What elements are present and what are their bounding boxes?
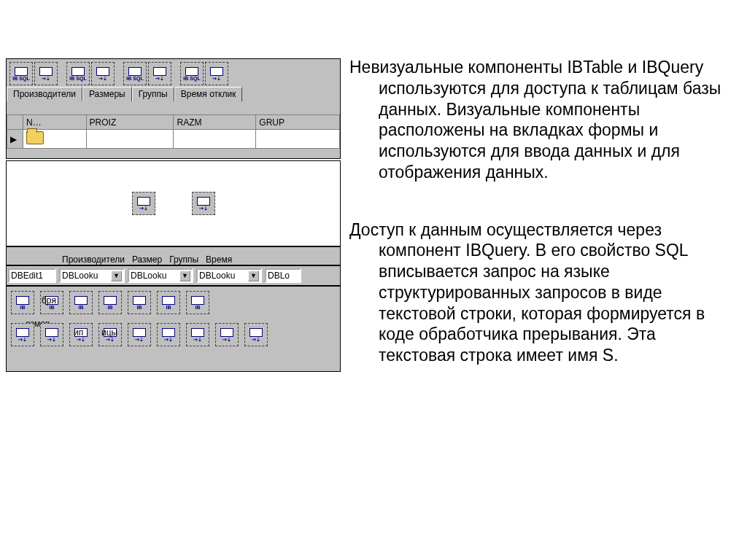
ibtable-comp-icon[interactable]: IB	[157, 291, 180, 314]
datasource-comp-icon[interactable]: ⇢⇣	[215, 323, 239, 346]
datasource-comp-icon[interactable]: ⇢⇣	[11, 323, 34, 346]
comp-pair-4: IB SQL ⇢⇣	[180, 62, 228, 85]
ibtable-comp-icon[interactable]: IB	[128, 291, 151, 314]
ibtable-comp-icon[interactable]: IB	[186, 291, 209, 314]
tab-sizes[interactable]: Размеры	[82, 87, 132, 101]
open-folder-icon	[26, 131, 44, 144]
datasource-comp-icon[interactable]: ⇢⇣	[186, 323, 209, 346]
comp-pair-2: IB SQL ⇢⇣	[66, 62, 115, 85]
form-designer-white: ⇢⇣ ⇢⇣	[6, 160, 341, 246]
label-producers: Производители	[62, 254, 125, 265]
tab-producers[interactable]: Производители	[7, 87, 82, 101]
label-groups: Группы	[169, 254, 198, 265]
dblookup-3[interactable]: DBLooku▼	[196, 268, 262, 283]
datasource-comp-icon[interactable]: ⇢⇣	[157, 323, 180, 346]
label-size: Размер	[132, 254, 162, 265]
ibtable-comp-icon[interactable]: IB	[11, 291, 34, 314]
paragraph-1: Невизуальные компоненты IBTable и IBQuer…	[349, 57, 725, 183]
col-n[interactable]: N…	[23, 115, 87, 130]
dbgrid[interactable]: N… PROIZ RAZM GRUP ▶	[7, 114, 340, 149]
ibquery-comp-icon[interactable]: IB SQL	[180, 62, 204, 85]
dblookup-4[interactable]: DBLo	[265, 268, 301, 283]
description-text: Невизуальные компоненты IBTable и IBQuer…	[347, 0, 747, 560]
datasource-comp-icon[interactable]: ⇢⇣	[132, 192, 155, 215]
ibtable-comp-icon[interactable]: IB	[40, 291, 63, 314]
component-row-top: IB SQL ⇢⇣ IB SQL ⇢⇣ IB SQL ⇢⇣ IB SQL ⇢⇣	[7, 59, 340, 85]
datasource-comp-icon[interactable]: ⇢⇣	[40, 323, 63, 346]
datasource-comp-icon[interactable]: ⇢⇣	[69, 323, 93, 346]
ibtable-comp-icon[interactable]: IB	[69, 291, 93, 314]
ibquery-comp-icon[interactable]: IB SQL	[123, 62, 147, 85]
tab-groups[interactable]: Группы	[132, 87, 174, 101]
col-razm[interactable]: RAZM	[174, 115, 256, 130]
label-row: Производители Размер Группы Время	[6, 246, 341, 265]
table-row[interactable]: ▶	[7, 130, 340, 149]
tab-responsetime[interactable]: Время отклик	[174, 87, 243, 101]
form-designer-top: IB SQL ⇢⇣ IB SQL ⇢⇣ IB SQL ⇢⇣ IB SQL ⇢⇣ …	[6, 58, 341, 159]
datasource-comp-icon[interactable]: ⇢⇣	[148, 62, 171, 85]
datasource-comp-icon[interactable]: ⇢⇣	[98, 323, 122, 346]
bank-row-1: IB бря IB IB IB IB IB IB	[7, 287, 340, 314]
datasource-comp-icon[interactable]: ⇢⇣	[34, 62, 58, 85]
datasource-comp-icon[interactable]: ⇢⇣	[128, 323, 151, 346]
bank-row-2: ⇢⇣ ⇢⇣ ип ицы ⇢⇣ ⇢⇣ ⇢⇣ ⇢⇣ ⇢⇣ ⇢⇣ ⇢⇣	[7, 319, 340, 346]
dbedit-field[interactable]: DBEdit1	[8, 268, 56, 283]
ibquery-comp-icon[interactable]: IB SQL	[66, 62, 90, 85]
ibtable-comp-icon[interactable]: IB	[98, 291, 122, 314]
label-time: Время	[206, 254, 232, 265]
slide: IB SQL ⇢⇣ IB SQL ⇢⇣ IB SQL ⇢⇣ IB SQL ⇢⇣ …	[0, 0, 747, 560]
dblookup-1[interactable]: DBLooku▼	[59, 268, 125, 283]
col-grup[interactable]: GRUP	[256, 115, 340, 130]
comp-pair-3: IB SQL ⇢⇣	[123, 62, 171, 85]
chevron-down-icon[interactable]: ▼	[179, 271, 190, 281]
tab-row: Производители Размеры Группы Время откли…	[7, 87, 340, 101]
component-bank: IB бря IB IB IB IB IB IB -азмер ⇢⇣ ⇢⇣ ип…	[6, 286, 341, 372]
ibquery-comp-icon[interactable]: IB SQL	[9, 62, 33, 85]
ide-screenshot: IB SQL ⇢⇣ IB SQL ⇢⇣ IB SQL ⇢⇣ IB SQL ⇢⇣ …	[0, 0, 347, 560]
edit-row: DBEdit1 DBLooku▼ DBLooku▼ DBLooku▼ DBLo	[6, 265, 341, 286]
table-header-row: N… PROIZ RAZM GRUP	[7, 115, 340, 130]
chevron-down-icon[interactable]: ▼	[248, 271, 259, 281]
col-proiz[interactable]: PROIZ	[86, 115, 174, 130]
paragraph-2: Доступ к данным осуществляется через ком…	[349, 219, 725, 366]
row-indicator: ▶	[7, 130, 23, 149]
cell-folder[interactable]	[23, 130, 87, 149]
comp-pair-1: IB SQL ⇢⇣	[9, 62, 58, 85]
datasource-comp-icon[interactable]: ⇢⇣	[192, 192, 215, 215]
datasource-comp-icon[interactable]: ⇢⇣	[244, 323, 268, 346]
dblookup-2[interactable]: DBLooku▼	[128, 268, 193, 283]
chevron-down-icon[interactable]: ▼	[111, 271, 122, 281]
datasource-comp-icon[interactable]: ⇢⇣	[205, 62, 228, 85]
datasource-comp-icon[interactable]: ⇢⇣	[91, 62, 115, 85]
